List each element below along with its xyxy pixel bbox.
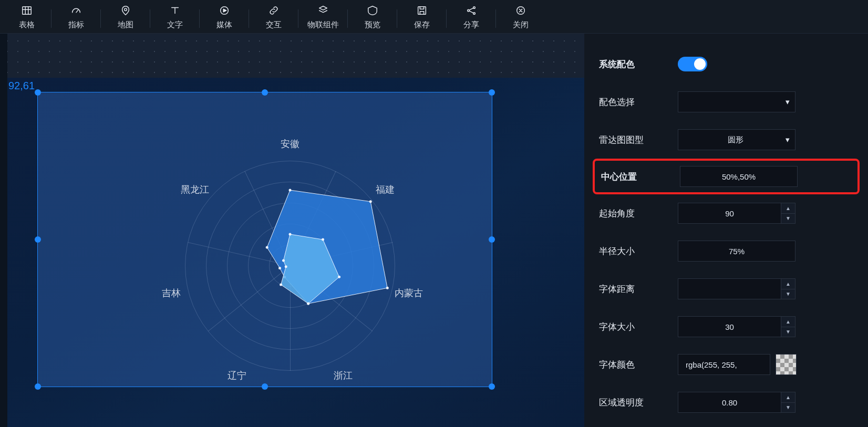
- font-gap-row: 字体距离 ▲ ▼: [599, 270, 853, 308]
- toolbar-label: 保存: [414, 20, 430, 30]
- resize-handle[interactable]: [35, 89, 41, 96]
- radar-point: [307, 303, 309, 305]
- resize-handle[interactable]: [35, 236, 41, 243]
- chevron-up-icon[interactable]: ▲: [781, 317, 795, 327]
- radar-chart[interactable]: 安徽福建内蒙古浙江辽宁吉林黑龙江: [148, 124, 432, 408]
- properties-panel: 系统配色 配色选择 ▾ 雷达图图型 圆形 ▾: [584, 34, 868, 427]
- palette-select[interactable]: ▾: [678, 91, 795, 112]
- resize-handle[interactable]: [35, 383, 41, 390]
- radar-point: [386, 287, 389, 289]
- toolbar-label: 交互: [266, 20, 282, 30]
- system-palette-toggle[interactable]: [678, 57, 707, 71]
- radar-point: [278, 267, 281, 269]
- toolbar-media[interactable]: 媒体: [200, 4, 249, 30]
- font-color-label: 字体颜色: [599, 359, 678, 371]
- chevron-down-icon[interactable]: ▼: [781, 403, 795, 413]
- palette-select-row: 配色选择 ▾: [599, 83, 853, 121]
- iot-component-icon: [317, 4, 329, 17]
- gauge-icon: [70, 4, 82, 17]
- font-color-swatch[interactable]: [776, 354, 797, 375]
- font-gap-stepper[interactable]: ▲ ▼: [678, 278, 795, 299]
- toolbar-share[interactable]: 分享: [447, 4, 496, 30]
- start-angle-value[interactable]: 90: [678, 203, 781, 224]
- toolbar-gauge[interactable]: 指标: [51, 4, 101, 30]
- radar-point: [289, 189, 292, 192]
- chevron-up-icon[interactable]: ▲: [781, 203, 795, 214]
- resize-handle[interactable]: [262, 383, 268, 390]
- start-angle-stepper[interactable]: 90 ▲ ▼: [678, 203, 795, 224]
- toolbar-label: 预览: [365, 20, 380, 30]
- toolbar-save[interactable]: 保存: [397, 4, 447, 30]
- system-palette-label: 系统配色: [599, 58, 678, 70]
- toolbar-label: 分享: [463, 20, 479, 30]
- font-gap-value[interactable]: [678, 278, 781, 299]
- link-icon: [267, 4, 280, 17]
- radar-point: [285, 265, 287, 268]
- radar-shape-label: 雷达图图型: [599, 134, 678, 146]
- toolbar-label: 表格: [19, 20, 35, 30]
- toolbar-label: 媒体: [216, 20, 232, 30]
- resize-handle[interactable]: [489, 89, 495, 96]
- radar-point: [338, 276, 340, 278]
- toolbar-iot-component[interactable]: 物联组件: [298, 4, 348, 30]
- center-position-input[interactable]: 50%,50%: [680, 166, 798, 187]
- svg-rect-0: [23, 7, 32, 15]
- center-position-label: 中心位置: [601, 171, 680, 183]
- text-icon: [169, 4, 181, 17]
- resize-handle[interactable]: [262, 89, 268, 96]
- start-angle-row: 起始角度 90 ▲ ▼: [599, 194, 853, 232]
- svg-rect-3: [418, 7, 426, 15]
- radar-series-layer: [148, 124, 432, 408]
- share-icon: [465, 4, 478, 17]
- svg-point-1: [125, 8, 127, 11]
- radar-point: [369, 200, 372, 203]
- font-size-label: 字体大小: [599, 321, 678, 333]
- chevron-up-icon[interactable]: ▲: [781, 392, 795, 403]
- toolbar-label: 地图: [118, 20, 133, 30]
- palette-select-label: 配色选择: [599, 96, 678, 108]
- area-opacity-stepper[interactable]: 0.80 ▲ ▼: [678, 392, 795, 413]
- center-position-value: 50%,50%: [722, 172, 756, 181]
- font-size-stepper[interactable]: 30 ▲ ▼: [678, 316, 795, 337]
- preview-icon: [366, 4, 379, 17]
- radius-size-value: 75%: [729, 247, 745, 256]
- chevron-down-icon[interactable]: ▼: [781, 214, 795, 224]
- font-size-row: 字体大小 30 ▲ ▼: [599, 308, 853, 346]
- font-size-value[interactable]: 30: [678, 316, 781, 337]
- selection-box[interactable]: 安徽福建内蒙古浙江辽宁吉林黑龙江: [38, 92, 492, 387]
- area-opacity-value[interactable]: 0.80: [678, 392, 781, 413]
- radius-size-input[interactable]: 75%: [678, 241, 795, 262]
- resize-handle[interactable]: [489, 236, 495, 243]
- radar-shape-row: 雷达图图型 圆形 ▾: [599, 121, 853, 159]
- top-toolbar: 表格 指标 地图 文字 媒体: [0, 0, 868, 34]
- design-canvas[interactable]: 92,61 安徽福建内蒙古浙江辽宁吉林黑龙江: [7, 78, 584, 427]
- chevron-up-icon[interactable]: ▲: [781, 279, 795, 289]
- font-color-value: rgba(255, 255,: [686, 360, 737, 369]
- toolbar-table[interactable]: 表格: [2, 4, 51, 30]
- toolbar-close[interactable]: 关闭: [496, 4, 545, 30]
- radar-shape-select[interactable]: 圆形 ▾: [678, 129, 795, 150]
- start-angle-label: 起始角度: [599, 207, 678, 220]
- main-area: 92,61 安徽福建内蒙古浙江辽宁吉林黑龙江 系统配色 配色选择 ▾: [0, 34, 868, 427]
- chevron-down-icon[interactable]: ▼: [781, 289, 795, 299]
- toolbar-map-pin[interactable]: 地图: [101, 4, 150, 30]
- resize-handle[interactable]: [489, 383, 495, 390]
- toolbar-link[interactable]: 交互: [249, 4, 298, 30]
- toolbar-text[interactable]: 文字: [150, 4, 200, 30]
- toolbar-label: 文字: [167, 20, 183, 30]
- toolbar-label: 物联组件: [307, 20, 339, 30]
- chevron-down-icon[interactable]: ▼: [781, 327, 795, 337]
- close-icon: [514, 4, 527, 17]
- chevron-down-icon: ▾: [786, 97, 790, 107]
- toolbar-preview[interactable]: 预览: [348, 4, 397, 30]
- system-palette-row: 系统配色: [599, 45, 853, 83]
- radius-size-row: 半径大小 75%: [599, 232, 853, 270]
- coordinate-readout: 92,61: [8, 80, 35, 92]
- toolbar-label: 关闭: [513, 20, 529, 30]
- radar-point: [280, 284, 282, 286]
- toolbar-label: 指标: [68, 20, 84, 30]
- save-icon: [416, 4, 428, 17]
- font-color-input[interactable]: rgba(255, 255,: [678, 354, 770, 375]
- chevron-down-icon: ▾: [786, 135, 790, 144]
- toggle-knob: [694, 58, 706, 70]
